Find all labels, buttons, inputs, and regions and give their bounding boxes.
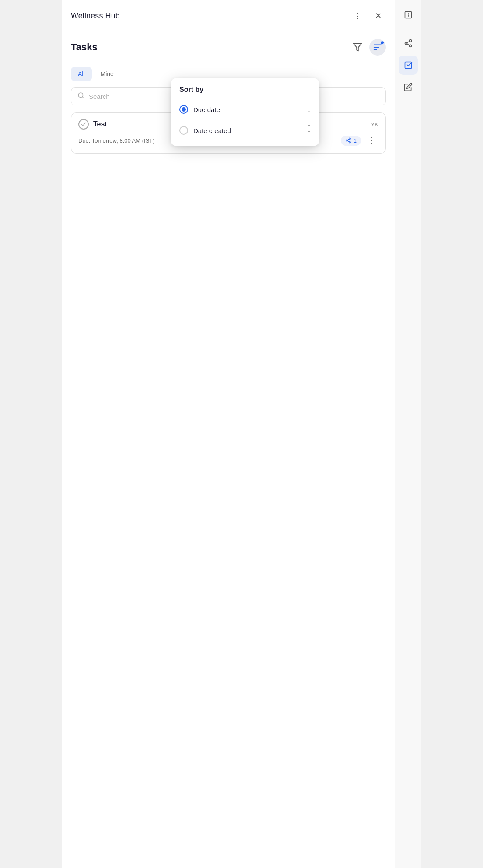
svg-line-10 xyxy=(347,139,349,140)
more-button[interactable]: ⋮ xyxy=(350,8,366,24)
sort-button[interactable] xyxy=(369,39,386,56)
subtask-icon xyxy=(345,137,351,144)
tab-all[interactable]: All xyxy=(71,67,92,81)
task-actions: 1 ⋮ xyxy=(341,134,378,147)
share-icon xyxy=(404,39,413,48)
task-subtask-badge[interactable]: 1 xyxy=(341,136,361,146)
close-button[interactable]: ✕ xyxy=(370,8,386,24)
task-name-row: Test xyxy=(78,119,107,130)
task-name: Test xyxy=(93,120,107,128)
app-header: Wellness Hub ⋮ ✕ xyxy=(62,0,395,30)
svg-marker-0 xyxy=(354,44,361,51)
sidebar-tasks-button[interactable] xyxy=(399,56,418,75)
sidebar-share-button[interactable] xyxy=(399,34,418,53)
sort-label-due-date: Due date xyxy=(193,106,220,113)
sort-active-dot xyxy=(380,41,384,45)
sort-label-date-created: Date created xyxy=(193,127,231,134)
sort-dropdown: Sort by Due date ↓ Date created ˄ ˅ xyxy=(171,78,319,146)
tasks-header: Tasks xyxy=(71,39,386,56)
sort-option-date-created[interactable]: Date created ˄ ˅ xyxy=(171,119,319,142)
filter-button[interactable] xyxy=(349,39,366,56)
sidebar-info-button[interactable] xyxy=(399,5,418,24)
sort-option-due-date-left: Due date xyxy=(179,105,220,114)
subtask-count: 1 xyxy=(354,137,357,144)
tasks-title: Tasks xyxy=(71,42,98,53)
tab-mine[interactable]: Mine xyxy=(94,67,121,81)
sort-updown-date-created: ˄ ˅ xyxy=(308,124,311,136)
task-check-button[interactable] xyxy=(78,119,89,130)
task-more-button[interactable]: ⋮ xyxy=(365,134,378,147)
sort-option-date-created-left: Date created xyxy=(179,126,231,135)
sort-radio-date-created[interactable] xyxy=(179,126,188,135)
edit-icon xyxy=(404,83,413,91)
task-due-date: Due: Tomorrow, 8:00 AM (IST) xyxy=(78,137,155,144)
sort-option-due-date[interactable]: Due date ↓ xyxy=(171,100,319,119)
sort-radio-due-date[interactable] xyxy=(179,105,188,114)
filter-icon xyxy=(353,42,362,52)
sidebar-edit-button[interactable] xyxy=(399,77,418,97)
svg-line-9 xyxy=(347,141,349,142)
sort-dropdown-title: Sort by xyxy=(171,86,319,100)
sort-arrow-due-date: ↓ xyxy=(308,106,311,113)
svg-rect-19 xyxy=(405,62,411,69)
svg-line-17 xyxy=(407,44,410,45)
svg-line-5 xyxy=(82,97,84,98)
header-actions: ⋮ ✕ xyxy=(350,8,386,24)
info-icon xyxy=(404,10,413,19)
app-title: Wellness Hub xyxy=(71,11,120,21)
search-icon xyxy=(77,92,84,101)
svg-line-18 xyxy=(407,41,410,42)
tasks-controls xyxy=(349,39,386,56)
tasks-icon xyxy=(404,61,413,70)
task-assignee: YK xyxy=(371,121,378,128)
right-sidebar xyxy=(395,0,421,868)
tasks-section: Tasks xyxy=(62,30,395,67)
sidebar-divider-1 xyxy=(402,29,415,29)
